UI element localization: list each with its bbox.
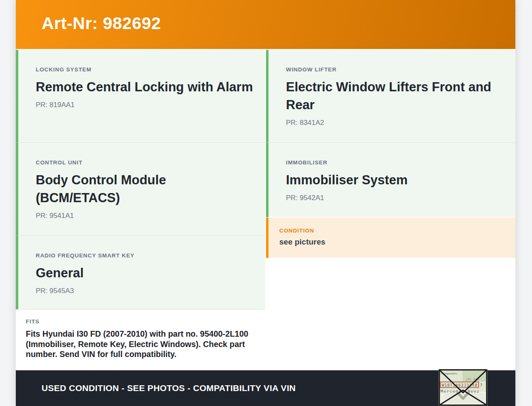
card-immobiliser: IMMOBILISER Immobiliser System PR: 9542A… — [266, 142, 515, 217]
grid-column-left: LOCKING SYSTEM Remote Central Locking wi… — [16, 50, 265, 369]
card-pr-code: PR: 9542A1 — [286, 194, 504, 202]
card-pr-code: PR: 9545A3 — [36, 287, 254, 295]
card-pr-code: PR: 8341A2 — [286, 119, 504, 127]
card-title: General — [36, 264, 254, 282]
vin-document-thumbnail[interactable]: Fahrgestellnr. |4| Ai8 W1B71463J314B 7 M… — [438, 369, 488, 406]
card-control-unit: CONTROL UNIT Body Control Module (BCM/ET… — [16, 142, 265, 235]
card-category-label: LOCKING SYSTEM — [36, 66, 254, 73]
card-title: Electric Window Lifters Front and Rear — [286, 78, 504, 114]
card-category-label: CONTROL UNIT — [36, 159, 254, 166]
envelope-over-registration-icon: Fahrgestellnr. |4| Ai8 W1B71463J314B 7 M… — [438, 369, 488, 406]
card-category-label: RADIO FREQUENCY SMART KEY — [36, 252, 254, 259]
card-radio-frequency-smart-key: RADIO FREQUENCY SMART KEY General PR: 95… — [16, 235, 265, 309]
fits-section: FITS Fits Hyundai I30 FD (2007-2010) wit… — [16, 309, 265, 369]
vin-suffix-text: 7 — [480, 383, 482, 387]
card-title: Immobiliser System — [286, 171, 504, 189]
listing-page: Art-Nr: 982692 LOCKING SYSTEM Remote Cen… — [16, 0, 515, 406]
condition-card: CONDITION see pictures — [266, 218, 515, 258]
condition-label: CONDITION — [279, 227, 507, 234]
card-window-lifter: WINDOW LIFTER Electric Window Lifters Fr… — [266, 50, 515, 142]
grid-column-right: WINDOW LIFTER Electric Window Lifters Fr… — [266, 50, 515, 369]
footer-notice-text: USED CONDITION - SEE PHOTOS - COMPATIBIL… — [42, 383, 296, 393]
card-pr-code: PR: 819AA1 — [36, 101, 254, 109]
condition-value: see pictures — [279, 237, 507, 247]
card-locking-system: LOCKING SYSTEM Remote Central Locking wi… — [16, 50, 265, 142]
spec-grid: LOCKING SYSTEM Remote Central Locking wi… — [16, 50, 515, 369]
card-title: Remote Central Locking with Alarm — [36, 78, 254, 96]
card-category-label: IMMOBILISER — [286, 159, 504, 166]
card-pr-code: PR: 9541A1 — [36, 212, 254, 220]
fits-label: FITS — [26, 318, 249, 325]
fits-description: Fits Hyundai I30 FD (2007-2010) with par… — [26, 329, 249, 360]
article-number-title: Art-Nr: 982692 — [42, 14, 161, 33]
card-title: Body Control Module (BCM/ETACS) — [36, 171, 254, 207]
card-category-label: WINDOW LIFTER — [286, 66, 504, 73]
header-banner: Art-Nr: 982692 — [16, 0, 515, 49]
